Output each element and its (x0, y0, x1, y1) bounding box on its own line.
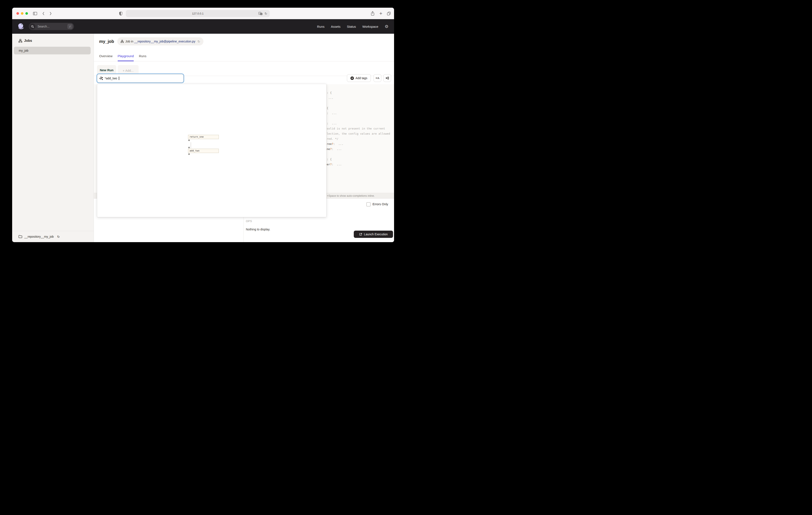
zoom-window-button[interactable] (25, 12, 28, 15)
editor-status-text: +Space to show auto-completions inline. (327, 194, 375, 197)
config-code-line (327, 116, 390, 121)
search-shortcut-badge: / (67, 24, 72, 29)
launch-icon (359, 233, 362, 236)
repository-reload-icon[interactable]: ↻ (57, 235, 60, 238)
errors-only-checkbox[interactable] (366, 202, 371, 207)
new-tab-icon[interactable]: + (379, 8, 382, 19)
autocomplete-button[interactable]: ••A (374, 74, 381, 82)
op-selector-input[interactable]: *add_two (96, 73, 184, 83)
title-row: my_job Job in __repository__my_job@pipel… (99, 37, 203, 46)
config-code-line: solid is not present in the current (327, 126, 390, 131)
nav-status[interactable]: Status (347, 25, 356, 28)
op-selector-value: *add_two (105, 77, 117, 80)
play-into-rect-icon (385, 76, 389, 80)
translate-icon[interactable]: Ax (258, 12, 262, 15)
ops-section-label: OPS (246, 219, 252, 223)
badge-reload-icon[interactable]: ↻ (198, 40, 200, 43)
back-icon[interactable] (42, 8, 45, 19)
tab-playground[interactable]: Playground (118, 51, 134, 61)
config-code-line: : { (327, 157, 390, 162)
app-body: Jobs my_job __repository__my_job ↻ Overv… (12, 34, 394, 242)
badge-repo-link[interactable]: __repository__my_job@pipeline_execution.… (134, 40, 195, 43)
sidebar-item-my-job[interactable]: my_job (14, 47, 91, 54)
add-tags-button[interactable]: Add tags (347, 74, 371, 82)
workflow-icon-small (121, 40, 124, 43)
op-graph-icon (99, 77, 103, 80)
main-content: Overview Playground Runs my_job Job in _… (94, 34, 394, 242)
repository-name: __repository__my_job (24, 235, 54, 238)
forward-icon[interactable] (50, 8, 52, 19)
search-placeholder: Search... (37, 25, 50, 28)
nav-runs[interactable]: Runs (317, 25, 324, 28)
config-code-line: ree?: ... (327, 141, 390, 146)
plus-circle-icon (350, 76, 354, 80)
url-text: 127.0.0.1 (192, 12, 203, 15)
config-code-line: : ... (327, 111, 390, 116)
config-code-line: : { (327, 90, 390, 96)
page-title: my_job (99, 39, 114, 44)
badge-prefix: Job in (125, 40, 134, 43)
input-port-dot (188, 147, 190, 148)
graph-edge (191, 142, 191, 148)
window-controls (17, 12, 28, 15)
sidebar: Jobs my_job __repository__my_job ↻ (12, 34, 94, 242)
output-port-dot (188, 139, 190, 141)
graph-node-add-two[interactable]: add_two (188, 149, 219, 153)
job-origin-badge: Job in __repository__my_job@pipeline_exe… (117, 37, 203, 46)
svg-text:x: x (261, 13, 262, 15)
config-code: : { ...{: ...: ...solid is not present i… (327, 90, 390, 167)
config-code-line: lection, the config values are allowed (327, 131, 390, 136)
config-code-line: ... (327, 96, 390, 101)
config-code-line: : ... (327, 121, 390, 126)
close-window-button[interactable] (17, 12, 19, 15)
header-nav: Runs Assets Status Workspace (317, 25, 378, 28)
output-port-dot (188, 154, 190, 155)
errors-only-label: Errors Only (373, 202, 388, 206)
config-code-line (327, 152, 390, 157)
graph-node-return-one[interactable]: return_one (188, 135, 219, 139)
apply-selection-button[interactable] (383, 74, 391, 82)
workflow-icon (19, 39, 22, 43)
search-input[interactable]: Search... / (29, 23, 74, 30)
search-icon (29, 24, 35, 29)
autocomplete-icon: ••A (376, 76, 379, 80)
minimize-window-button[interactable] (21, 12, 24, 15)
url-field[interactable]: 127.0.0.1 Ax ↻ (126, 10, 270, 17)
browser-toolbar: 127.0.0.1 Ax ↻ + (12, 8, 394, 19)
ops-empty-text: Nothing to display. (246, 227, 270, 231)
jobs-section-label: Jobs (24, 39, 32, 43)
app-header: Search... / Runs Assets Status Workspace… (12, 19, 394, 34)
tab-overview[interactable]: Overview (99, 51, 113, 61)
op-graph-popover: return_one add_two (97, 84, 326, 217)
nav-workspace[interactable]: Workspace (362, 25, 378, 28)
config-code-line (327, 101, 390, 106)
text-caret (119, 77, 119, 80)
config-code-line: { (327, 106, 390, 111)
reload-icon[interactable]: ↻ (264, 12, 267, 15)
tab-runs[interactable]: Runs (139, 51, 146, 61)
sidebar-footer[interactable]: __repository__my_job ↻ (12, 231, 94, 242)
dagster-logo[interactable] (18, 23, 25, 30)
privacy-shield-icon[interactable] (119, 8, 122, 19)
config-code-line: red. */ (327, 136, 390, 141)
config-code-line: ne?: ... (327, 146, 390, 152)
launch-execution-button[interactable]: Launch Execution (354, 231, 393, 238)
browser-window: 127.0.0.1 Ax ↻ + (12, 8, 394, 242)
tab-overview-icon[interactable] (386, 8, 391, 19)
nav-assets[interactable]: Assets (331, 25, 341, 28)
config-code-line: er?: ... (327, 162, 390, 167)
folder-icon (19, 235, 22, 238)
share-icon[interactable] (371, 8, 374, 19)
gear-icon[interactable]: ⚙ (385, 24, 388, 29)
sidebar-toggle-icon[interactable] (33, 8, 37, 19)
jobs-section-header: Jobs (12, 34, 94, 43)
